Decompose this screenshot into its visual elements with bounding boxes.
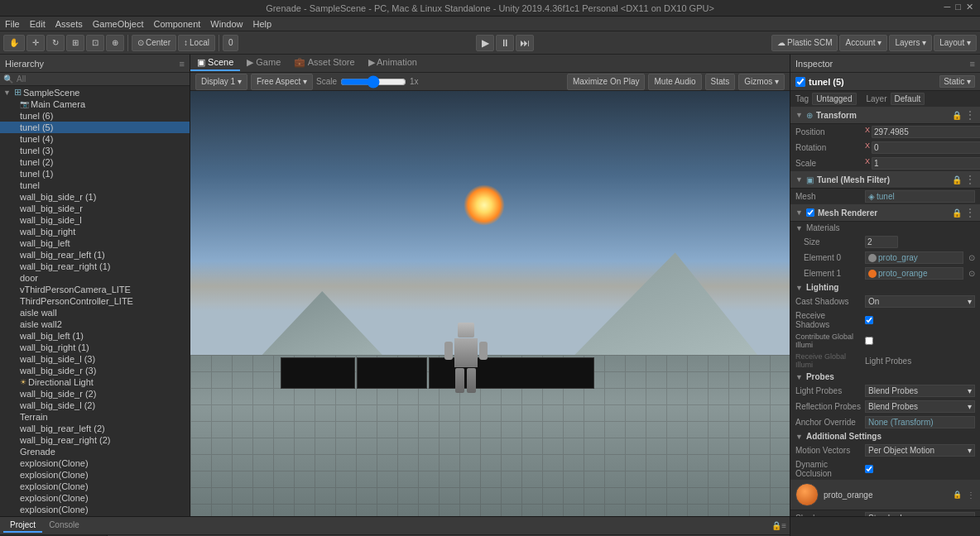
scale-slider[interactable] <box>340 77 406 87</box>
list-item[interactable]: explosion(Clone) <box>0 492 190 504</box>
list-item[interactable]: wall_big_side_r (1) <box>0 191 190 203</box>
list-item[interactable]: wall_big_side_l <box>0 214 190 226</box>
list-item[interactable]: ☀ Directional Light <box>0 376 190 388</box>
list-item[interactable]: wall_big_side_r <box>0 203 190 214</box>
list-item[interactable]: wall_big_right <box>0 226 190 237</box>
list-item[interactable]: Terrain <box>0 411 190 423</box>
size-input[interactable] <box>865 236 898 248</box>
project-lock-icon[interactable]: 🔒 <box>771 521 781 530</box>
mesh-filter-header[interactable]: ▼ ▣ Tunel (Mesh Filter) 🔒 ⋮ <box>790 171 980 189</box>
list-item[interactable]: wall_big_right (1) <box>0 342 190 353</box>
mat-orange-shader-dropdown[interactable]: Standard ▾ <box>865 512 975 516</box>
dynamic-occlusion-checkbox[interactable] <box>865 465 873 473</box>
inspector-options-icon[interactable]: ≡ <box>970 59 975 69</box>
menu-file[interactable]: File <box>5 19 20 29</box>
object-active-checkbox[interactable] <box>795 77 805 87</box>
move-tool[interactable]: ✛ <box>26 35 45 51</box>
rect-tool[interactable]: ⊡ <box>86 35 104 51</box>
list-item[interactable]: wall_big_rear_left (1) <box>0 249 190 261</box>
scene-root-item[interactable]: ▼ ⊞ SampleScene <box>0 86 190 98</box>
minimize-btn[interactable]: ─ <box>944 2 951 12</box>
tab-assetstore[interactable]: 💼 Asset Store <box>287 55 361 71</box>
element0-value[interactable]: proto_gray <box>865 251 963 264</box>
account-btn[interactable]: Account ▾ <box>839 35 887 51</box>
menu-edit[interactable]: Edit <box>30 19 46 29</box>
list-item[interactable]: 📷 Main Camera <box>0 98 190 110</box>
mesh-renderer-header[interactable]: ▼ Mesh Renderer 🔒 ⋮ <box>790 204 980 222</box>
light-probes-dropdown[interactable]: Blend Probes ▾ <box>865 385 975 397</box>
additional-collapse-icon[interactable]: ▼ <box>795 433 803 441</box>
transform-component-header[interactable]: ▼ ⊕ Transform 🔒 ⋮ <box>790 107 980 124</box>
list-item[interactable]: wall_big_left (1) <box>0 330 190 342</box>
scale-x-input[interactable] <box>872 157 980 170</box>
menu-assets[interactable]: Assets <box>55 19 83 29</box>
element1-value[interactable]: proto_orange <box>865 267 963 280</box>
list-item[interactable]: explosion(Clone) <box>0 481 190 492</box>
tab-project[interactable]: Project <box>3 519 42 533</box>
list-item[interactable]: tunel (6) <box>0 110 190 122</box>
list-item[interactable]: tunel <box>0 179 190 191</box>
tab-console[interactable]: Console <box>42 519 86 533</box>
list-item[interactable]: tunel (1) <box>0 168 190 179</box>
list-item[interactable]: tunel (4) <box>0 133 190 145</box>
layout-btn[interactable]: Layout ▾ <box>934 35 977 51</box>
rot-x-input[interactable] <box>872 141 980 154</box>
motion-vectors-dropdown[interactable]: Per Object Motion ▾ <box>865 444 975 457</box>
element0-goto-icon[interactable]: ⊙ <box>968 253 975 262</box>
list-item[interactable]: aisle wall <box>0 307 190 318</box>
mesh-value[interactable]: ◈ tunel <box>865 190 975 203</box>
tag-value[interactable]: Untagged <box>812 93 856 105</box>
close-btn[interactable]: ✕ <box>966 2 973 12</box>
mesh-renderer-more-icon[interactable]: ⋮ <box>965 207 975 218</box>
game-viewport[interactable] <box>190 91 790 516</box>
list-item[interactable]: wall_big_side_l (2) <box>0 400 190 411</box>
hand-tool[interactable]: ✋ <box>3 35 25 51</box>
cast-shadows-dropdown[interactable]: On ▾ <box>865 295 975 308</box>
maximize-btn[interactable]: □ <box>955 2 961 12</box>
reflection-probes-dropdown[interactable]: Blend Probes ▾ <box>865 400 975 413</box>
list-item[interactable]: wall_big_rear_right (2) <box>0 434 190 446</box>
list-item[interactable]: wall_big_rear_right (1) <box>0 261 190 272</box>
static-button[interactable]: Static ▾ <box>939 75 975 88</box>
tab-animation[interactable]: ▶ Animation <box>362 55 424 71</box>
pause-button[interactable]: ⏸ <box>496 35 514 51</box>
list-item[interactable]: wall_big_left <box>0 237 190 249</box>
mesh-renderer-active[interactable] <box>806 208 814 217</box>
project-more-icon[interactable]: ≡ <box>781 521 786 530</box>
list-item[interactable]: tunel (3) <box>0 145 190 156</box>
stats-btn[interactable]: Stats <box>705 74 736 90</box>
list-item[interactable]: aisle wall2 <box>0 318 190 330</box>
mute-audio-btn[interactable]: Mute Audio <box>648 74 701 90</box>
tab-scene[interactable]: ▣ Scene <box>190 55 240 71</box>
hierarchy-options-icon[interactable]: ≡ <box>180 59 185 69</box>
layers-btn[interactable]: Layers ▾ <box>889 35 932 51</box>
transform-tool[interactable]: ⊕ <box>106 35 124 51</box>
list-item[interactable]: Grenade <box>0 446 190 457</box>
list-item[interactable]: wall_big_rear_left (2) <box>0 423 190 434</box>
maximize-on-play-btn[interactable]: Maximize On Play <box>567 74 646 90</box>
list-item[interactable]: ThirdPersonController_LITE <box>0 295 190 307</box>
list-item[interactable]: vThirdPersonCamera_LITE <box>0 284 190 295</box>
step-button[interactable]: ⏭ <box>516 35 534 51</box>
scale-tool[interactable]: ⊞ <box>66 35 84 51</box>
gizmos-btn[interactable]: Gizmos ▾ <box>738 74 785 90</box>
list-item[interactable]: explosion(Clone) <box>0 504 190 515</box>
tab-game[interactable]: ▶ Game <box>240 55 287 71</box>
layer-value[interactable]: Default <box>891 93 925 105</box>
hierarchy-search-input[interactable] <box>17 74 186 84</box>
menu-component[interactable]: Component <box>153 19 200 29</box>
probes-collapse-icon[interactable]: ▼ <box>795 373 803 381</box>
receive-shadows-checkbox[interactable] <box>865 316 873 324</box>
list-item[interactable]: wall_big_side_l (3) <box>0 353 190 365</box>
contrib-gi-checkbox[interactable] <box>865 337 873 345</box>
rotate-tool[interactable]: ↻ <box>46 35 65 51</box>
list-item-selected[interactable]: tunel (5) <box>0 122 190 133</box>
plastic-scm-btn[interactable]: ☁ Plastic SCM <box>771 35 838 51</box>
list-item[interactable]: explosion(Clone) <box>0 469 190 481</box>
aspect-selector[interactable]: Free Aspect ▾ <box>251 74 313 90</box>
space-toggle[interactable]: ↕ Local <box>178 35 215 51</box>
transform-more-icon[interactable]: ⋮ <box>965 109 975 121</box>
pos-x-input[interactable] <box>872 126 980 138</box>
element1-goto-icon[interactable]: ⊙ <box>968 269 975 278</box>
display-selector[interactable]: Display 1 ▾ <box>195 74 247 90</box>
